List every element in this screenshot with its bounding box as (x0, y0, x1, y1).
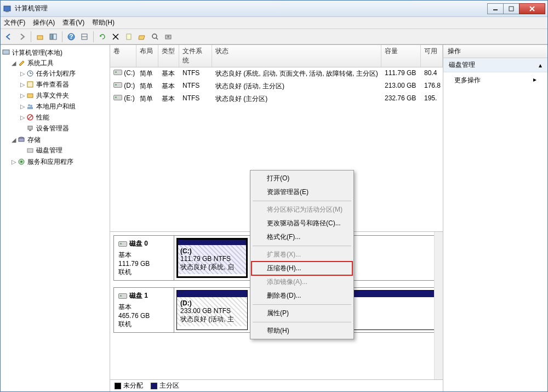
forward-button[interactable] (16, 31, 28, 43)
expand-icon[interactable]: ▷ (19, 70, 26, 77)
svg-rect-32 (29, 130, 31, 131)
tree-shared-folders[interactable]: ▷共享文件夹 (19, 90, 109, 100)
computer-icon (2, 48, 10, 57)
view-mode-button[interactable] (78, 31, 90, 43)
volume-row[interactable]: (E:)简单基本NTFS状态良好 (主分区)232.76 GB195. (110, 93, 443, 105)
menu-file[interactable]: 文件(F) (4, 18, 25, 27)
svg-rect-25 (27, 94, 33, 98)
show-tree-button[interactable] (47, 31, 59, 43)
expand-icon[interactable]: ▷ (19, 114, 26, 121)
ctx-delete[interactable]: 删除卷(D)... (252, 289, 352, 303)
grid-header: 卷 布局 类型 文件系统 状态 容量 可用 (110, 45, 443, 67)
back-button[interactable] (3, 31, 15, 43)
up-button[interactable] (34, 31, 46, 43)
tree-storage[interactable]: ◢存储 (10, 135, 109, 145)
svg-line-17 (156, 38, 158, 39)
col-layout[interactable]: 布局 (136, 45, 158, 67)
col-type[interactable]: 类型 (158, 45, 179, 67)
device-icon (26, 124, 35, 133)
action-more[interactable]: 更多操作▸ (443, 72, 547, 88)
svg-point-37 (20, 161, 22, 163)
services-icon (17, 157, 26, 166)
expand-icon[interactable]: ▷ (19, 81, 26, 88)
maximize-button[interactable] (503, 3, 520, 14)
tree-disk-management[interactable]: 磁盘管理 (19, 145, 109, 155)
col-fs[interactable]: 文件系统 (179, 45, 212, 67)
scrollbar[interactable] (434, 232, 443, 379)
ctx-properties[interactable]: 属性(P) (252, 306, 352, 320)
toolbar-separator (31, 31, 31, 42)
context-menu: 打开(O) 资源管理器(E) 将分区标记为活动分区(M) 更改驱动器号和路径(C… (250, 170, 354, 339)
titlebar: 计算机管理 (1, 1, 547, 17)
ctx-mark-active: 将分区标记为活动分区(M) (252, 203, 352, 217)
ctx-open[interactable]: 打开(O) (252, 172, 352, 185)
event-icon (26, 80, 35, 89)
ctx-extend: 扩展卷(X)... (252, 248, 352, 262)
search-button[interactable] (149, 31, 161, 43)
legend-unallocated: 未分配 (115, 381, 143, 390)
toolbar: ? (1, 29, 547, 44)
ctx-format[interactable]: 格式化(F)... (252, 230, 352, 244)
action-category[interactable]: 磁盘管理▴ (443, 58, 547, 72)
col-volume[interactable]: 卷 (110, 45, 136, 67)
expand-icon[interactable]: ▷ (19, 103, 26, 110)
tree-event-viewer[interactable]: ▷事件查看器 (19, 79, 109, 89)
menu-action[interactable]: 操作(A) (33, 18, 55, 27)
menu-view[interactable]: 查看(V) (62, 18, 84, 27)
collapse-icon: ▴ (539, 61, 542, 69)
help-button[interactable]: ? (65, 31, 77, 43)
refresh-button[interactable] (96, 31, 109, 43)
tree-performance[interactable]: ▷性能 (19, 112, 109, 122)
expand-icon[interactable]: ▷ (19, 92, 26, 99)
drive-icon (113, 82, 122, 88)
volume-row[interactable]: (D:)简单基本NTFS状态良好 (活动, 主分区)213.00 GB176.8 (110, 80, 443, 93)
disk-icon (118, 293, 127, 299)
window-buttons (488, 3, 545, 14)
menu-help[interactable]: 帮助(H) (92, 18, 115, 27)
tree-task-scheduler[interactable]: ▷任务计划程序 (19, 69, 109, 78)
ctx-explorer[interactable]: 资源管理器(E) (252, 185, 352, 199)
svg-point-16 (152, 34, 157, 38)
svg-point-27 (30, 105, 32, 107)
ctx-change-letter[interactable]: 更改驱动器号和路径(C)... (252, 217, 352, 230)
volume-row[interactable]: (C:)简单基本NTFS状态良好 (系统, 启动, 页面文件, 活动, 故障转储… (110, 67, 443, 80)
properties-button[interactable] (123, 31, 135, 43)
drive-icon (113, 70, 122, 75)
expand-icon[interactable]: ▷ (10, 158, 17, 166)
col-capacity[interactable]: 容量 (381, 45, 421, 67)
disk-info[interactable]: 磁盘 1基本465.76 GB联机 (114, 288, 174, 332)
svg-rect-6 (37, 36, 43, 39)
open-button[interactable] (136, 31, 148, 43)
toolbar-separator (93, 31, 94, 42)
tree-root[interactable]: 计算机管理(本地) (2, 48, 109, 58)
col-avail[interactable]: 可用 (421, 45, 443, 67)
disk-icon (118, 241, 127, 247)
app-icon (3, 4, 12, 13)
tree-system-tools[interactable]: ◢系统工具 (10, 58, 109, 68)
svg-rect-3 (509, 7, 513, 11)
actions-header: 操作 (443, 45, 547, 58)
minimize-button[interactable] (487, 3, 504, 14)
col-status[interactable]: 状态 (212, 45, 381, 67)
cancel-icon[interactable] (110, 31, 122, 43)
close-button[interactable] (519, 3, 545, 14)
partition[interactable]: (C:)111.79 GB NTFS状态良好 (系统, 启 (176, 238, 248, 278)
toolbar-separator (62, 31, 62, 42)
drive-icon (113, 95, 122, 100)
svg-rect-15 (127, 34, 131, 39)
svg-point-26 (28, 104, 30, 106)
tree-local-users[interactable]: ▷本地用户和组 (19, 101, 109, 111)
partition[interactable]: (D:)233.00 GB NTFS状态良好 (活动, 主 (176, 290, 248, 330)
ctx-help[interactable]: 帮助(H) (252, 324, 352, 338)
storage-icon (17, 135, 26, 144)
ctx-shrink[interactable]: 压缩卷(H)... (252, 262, 352, 275)
rescan-button[interactable] (162, 31, 174, 43)
disk-info[interactable]: 磁盘 0基本111.79 GB联机 (114, 236, 174, 280)
collapse-icon[interactable]: ◢ (10, 137, 17, 144)
tree-device-manager[interactable]: 设备管理器 (19, 123, 109, 133)
clock-icon (26, 69, 35, 78)
svg-rect-28 (27, 107, 33, 109)
collapse-icon[interactable]: ◢ (10, 60, 17, 67)
tree-services[interactable]: ▷服务和应用程序 (10, 157, 109, 167)
tools-icon (17, 59, 26, 67)
